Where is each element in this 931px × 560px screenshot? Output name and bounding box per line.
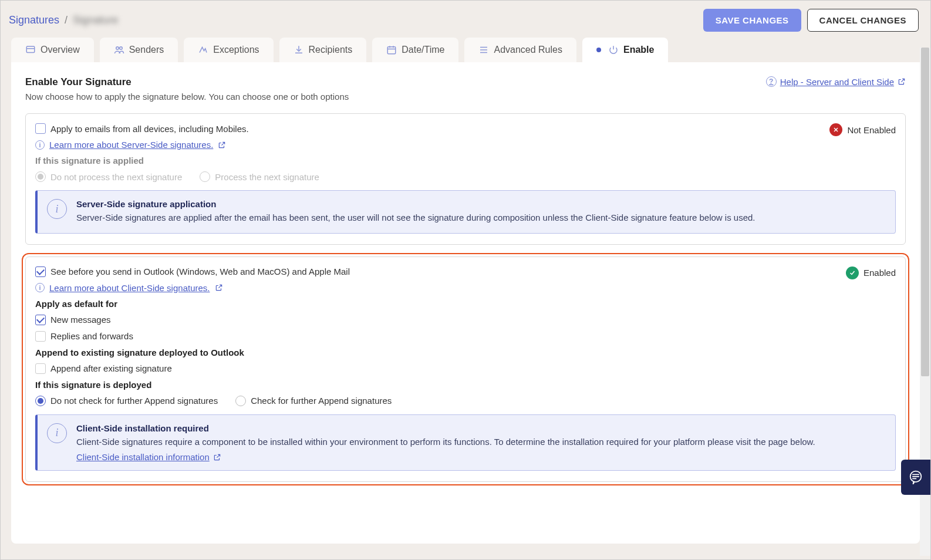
client-see-before-label: See before you send in Outlook (Windows,… xyxy=(50,266,350,276)
svg-point-1 xyxy=(116,47,119,50)
external-link-icon xyxy=(218,141,226,149)
server-callout-body: Server-Side signatures are applied after… xyxy=(76,211,755,225)
tab-label: Senders xyxy=(129,45,164,55)
client-if-deployed-heading: If this signature is deployed xyxy=(35,380,846,390)
overview-icon xyxy=(25,45,36,55)
client-status-badge: Enabled xyxy=(846,266,896,279)
breadcrumb: Signatures / Signature xyxy=(9,14,118,26)
help-link[interactable]: ? Help - Server and Client Side xyxy=(766,76,906,87)
tab-exceptions[interactable]: Exceptions xyxy=(184,38,273,62)
client-new-messages-checkbox[interactable] xyxy=(35,315,46,325)
scrollbar-thumb[interactable] xyxy=(921,48,929,376)
client-side-panel: See before you send in Outlook (Windows,… xyxy=(25,257,906,483)
client-apply-default-heading: Apply as default for xyxy=(35,299,846,309)
tab-enable[interactable]: Enable xyxy=(582,38,668,62)
tab-label: Date/Time xyxy=(402,45,444,55)
client-radio-check[interactable] xyxy=(235,396,246,406)
svg-rect-0 xyxy=(26,46,35,53)
client-radio-check-label: Check for further Append signatures xyxy=(251,396,392,406)
client-callout-body: Client-Side signatures require a compone… xyxy=(76,436,815,449)
client-replies-label: Replies and forwards xyxy=(50,331,133,341)
svg-point-2 xyxy=(119,47,122,50)
tab-label: Overview xyxy=(41,45,80,55)
client-append-heading: Append to existing signature deployed to… xyxy=(35,348,846,357)
tab-label: Advanced Rules xyxy=(494,45,562,55)
tab-advanced[interactable]: Advanced Rules xyxy=(464,38,576,62)
tab-senders[interactable]: Senders xyxy=(100,38,178,62)
client-learn-more-link[interactable]: Learn more about Client-Side signatures. xyxy=(49,283,210,293)
client-append-after-checkbox[interactable] xyxy=(35,363,46,374)
server-apply-label: Apply to emails from all devices, includ… xyxy=(50,124,249,134)
client-replies-checkbox[interactable] xyxy=(35,331,46,342)
server-radio-process-label: Process the next signature xyxy=(215,172,319,182)
info-icon: i xyxy=(47,423,67,443)
recipients-icon xyxy=(294,45,304,55)
server-status-label: Not Enabled xyxy=(847,125,896,135)
content: Enable Your Signature Now choose how to … xyxy=(11,62,920,544)
page-subtitle: Now choose how to apply the signature be… xyxy=(25,92,349,102)
info-icon: i xyxy=(35,283,45,292)
cancel-button[interactable]: CANCEL CHANGES xyxy=(807,9,919,32)
svg-rect-3 xyxy=(388,47,396,54)
server-apply-checkbox[interactable] xyxy=(35,123,46,134)
chat-icon xyxy=(908,469,924,485)
server-learn-more-link[interactable]: Learn more about Server-Side signatures. xyxy=(49,140,213,150)
save-button[interactable]: SAVE CHANGES xyxy=(703,9,801,32)
header: Signatures / Signature SAVE CHANGES CANC… xyxy=(1,1,930,38)
breadcrumb-root[interactable]: Signatures xyxy=(9,14,59,26)
info-icon: i xyxy=(35,140,45,150)
help-link-label: Help - Server and Client Side xyxy=(780,77,894,87)
server-side-panel: Apply to emails from all devices, includ… xyxy=(25,113,906,245)
server-if-applied-heading: If this signature is applied xyxy=(35,156,829,166)
calendar-icon xyxy=(386,45,397,55)
external-link-icon xyxy=(898,77,906,86)
tab-overview[interactable]: Overview xyxy=(11,38,94,62)
client-append-after-label: Append after existing signature xyxy=(50,363,172,373)
tab-label: Recipients xyxy=(309,45,353,55)
external-link-icon xyxy=(215,284,223,292)
chat-button[interactable] xyxy=(901,460,930,495)
breadcrumb-sep: / xyxy=(65,14,68,26)
client-callout-title: Client-Side installation required xyxy=(76,423,815,433)
x-circle-icon xyxy=(829,123,842,136)
client-callout: i Client-Side installation required Clie… xyxy=(35,414,896,471)
advanced-icon xyxy=(478,45,489,55)
tab-label: Enable xyxy=(623,45,654,55)
client-callout-link[interactable]: Client-Side installation information xyxy=(76,452,221,462)
tab-recipients[interactable]: Recipients xyxy=(279,38,367,62)
server-callout-title: Server-Side signature application xyxy=(76,199,755,209)
server-status-badge: Not Enabled xyxy=(829,123,896,136)
client-callout-link-label: Client-Side installation information xyxy=(76,452,210,462)
client-radio-dont-check[interactable] xyxy=(35,396,46,406)
server-radio-process xyxy=(200,171,210,182)
page-title: Enable Your Signature xyxy=(25,76,349,88)
breadcrumb-current: Signature xyxy=(73,14,118,26)
client-see-before-checkbox[interactable] xyxy=(35,266,46,277)
client-status-label: Enabled xyxy=(863,268,896,278)
tab-label: Exceptions xyxy=(213,45,259,55)
server-callout: i Server-Side signature application Serv… xyxy=(35,190,896,234)
server-radio-dont-process xyxy=(35,171,46,182)
client-new-messages-label: New messages xyxy=(50,315,111,325)
help-icon: ? xyxy=(766,76,777,87)
external-link-icon xyxy=(213,453,221,461)
power-icon xyxy=(608,45,619,55)
check-circle-icon xyxy=(846,266,859,279)
senders-icon xyxy=(114,45,124,55)
server-radio-dont-label: Do not process the next signature xyxy=(50,172,182,182)
exceptions-icon xyxy=(198,45,208,55)
tab-datetime[interactable]: Date/Time xyxy=(372,38,458,62)
client-radio-dont-label: Do not check for further Append signatur… xyxy=(50,396,218,406)
tabs: Overview Senders Exceptions Recipients D… xyxy=(1,38,930,62)
info-icon: i xyxy=(47,199,67,219)
active-dot-icon xyxy=(596,48,601,52)
